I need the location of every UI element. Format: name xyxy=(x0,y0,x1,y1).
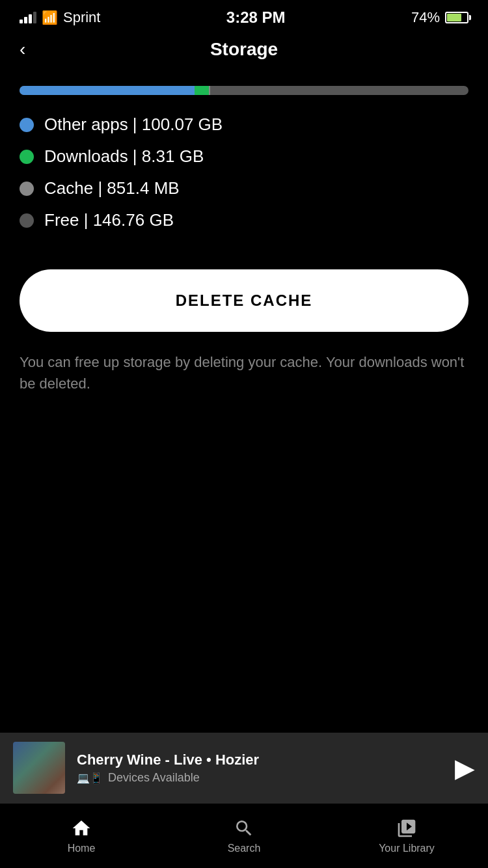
nav-home-label: Home xyxy=(68,843,96,854)
legend-label-other: Other apps | 100.07 GB xyxy=(44,115,223,135)
track-info: Cherry Wine - Live • Hozier 💻📱 Devices A… xyxy=(77,752,443,785)
nav-library[interactable]: Your Library xyxy=(325,804,488,868)
page-title: Storage xyxy=(210,39,278,60)
legend-label-downloads: Downloads | 8.31 GB xyxy=(44,146,204,167)
bar-downloads xyxy=(195,86,209,95)
nav-library-label: Your Library xyxy=(379,843,435,854)
track-title: Cherry Wine - Live • Hozier xyxy=(77,752,443,768)
dot-downloads xyxy=(20,150,34,164)
legend-item-other: Other apps | 100.07 GB xyxy=(20,115,468,135)
album-art xyxy=(13,742,65,794)
nav-search-label: Search xyxy=(228,843,261,854)
devices-icon: 💻📱 xyxy=(77,772,103,784)
now-playing-bar[interactable]: Cherry Wine - Live • Hozier 💻📱 Devices A… xyxy=(0,733,488,803)
devices-label: Devices Available xyxy=(108,771,200,785)
track-devices: 💻📱 Devices Available xyxy=(77,771,443,785)
delete-cache-button[interactable]: DELETE CACHE xyxy=(20,269,468,332)
album-art-image xyxy=(13,742,65,794)
dot-cache xyxy=(20,182,34,196)
status-right: 74% xyxy=(411,9,468,26)
carrier-name: Sprint xyxy=(63,9,100,26)
search-icon xyxy=(234,818,254,839)
play-button[interactable]: ▶ xyxy=(455,753,475,783)
storage-bar xyxy=(20,86,468,95)
legend-item-cache: Cache | 851.4 MB xyxy=(20,178,468,198)
storage-section: Other apps | 100.07 GB Downloads | 8.31 … xyxy=(0,73,488,250)
legend-label-free: Free | 146.76 GB xyxy=(44,210,174,230)
status-bar: 📶 Sprint 3:28 PM 74% xyxy=(0,0,488,33)
status-left: 📶 Sprint xyxy=(20,9,100,26)
bottom-navigation: Home Search Your Library xyxy=(0,803,488,868)
legend-item-free: Free | 146.76 GB xyxy=(20,210,468,230)
legend-label-cache: Cache | 851.4 MB xyxy=(44,178,180,198)
dot-other-apps xyxy=(20,118,34,132)
header: ‹ Storage xyxy=(0,33,488,73)
status-time: 3:28 PM xyxy=(226,8,286,27)
signal-icon xyxy=(20,12,36,23)
battery-percentage: 74% xyxy=(411,9,440,26)
bar-other-apps xyxy=(20,86,195,95)
legend-item-downloads: Downloads | 8.31 GB xyxy=(20,146,468,167)
home-icon xyxy=(71,818,92,839)
button-section: DELETE CACHE xyxy=(0,250,488,332)
cache-info-text: You can free up storage by deleting your… xyxy=(0,332,488,394)
nav-search[interactable]: Search xyxy=(163,804,325,868)
dot-free xyxy=(20,213,34,228)
library-icon xyxy=(396,818,417,839)
nav-home[interactable]: Home xyxy=(0,804,163,868)
storage-legend: Other apps | 100.07 GB Downloads | 8.31 … xyxy=(20,115,468,230)
wifi-icon: 📶 xyxy=(42,10,58,25)
battery-fill xyxy=(447,14,461,21)
back-button[interactable]: ‹ xyxy=(20,39,52,60)
bar-cache xyxy=(209,86,210,95)
battery-icon xyxy=(445,12,468,23)
